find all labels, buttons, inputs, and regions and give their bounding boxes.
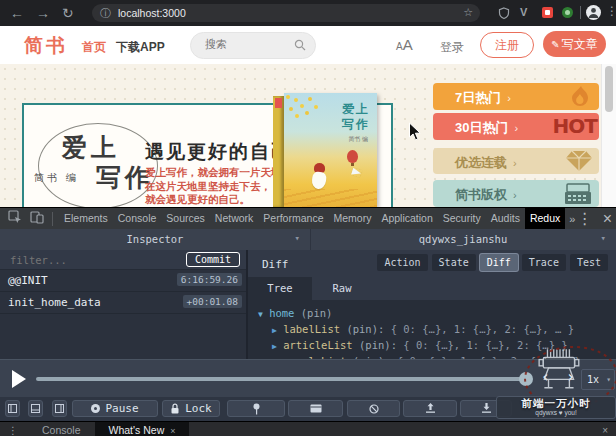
commit-button[interactable]: Commit — [186, 252, 240, 267]
register-button[interactable]: 注册 — [480, 32, 534, 58]
play-button[interactable] — [12, 370, 26, 388]
block-button[interactable] — [347, 400, 400, 417]
download-icon — [481, 403, 492, 414]
nav-download-app[interactable]: 下载APP — [116, 39, 165, 56]
back-button[interactable]: ← — [10, 3, 24, 23]
tree-node-home[interactable]: ▼ home (pin) — [258, 306, 616, 322]
devtools-tab-security[interactable]: Security — [438, 208, 486, 229]
devtools-tab-audits[interactable]: Audits — [486, 208, 525, 229]
pen-icon: ✎ — [551, 39, 559, 50]
red-extension-icon[interactable] — [542, 7, 553, 18]
tree-key: articleList — [283, 339, 353, 351]
side-banner-featured-serial[interactable]: 优选连载› — [433, 148, 599, 174]
font-size-toggle[interactable]: AA — [396, 36, 413, 54]
collapsed-arrow-icon[interactable]: ▶ — [272, 326, 277, 335]
redux-selector-row: Inspector ▾ qdywxs_jianshu ▾ — [0, 229, 616, 251]
action-name: init_home_data — [8, 296, 101, 309]
promo-headline: 遇见更好的自己 — [145, 139, 292, 165]
pause-recording-button[interactable]: Pause — [72, 400, 158, 417]
book-title: 爱上 写作 — [342, 102, 370, 132]
dock-left-button[interactable] — [5, 400, 20, 417]
persist-pin-button[interactable] — [227, 400, 285, 417]
drawer-close-icon[interactable]: × — [602, 425, 608, 436]
devtools-tab-application[interactable]: Application — [376, 208, 437, 229]
action-filter-input[interactable] — [8, 253, 152, 267]
page-scrollbar[interactable] — [601, 64, 616, 207]
timeline-slider[interactable] — [36, 377, 532, 381]
upload-button[interactable] — [403, 400, 457, 417]
devtools-tab-sources[interactable]: Sources — [161, 208, 210, 229]
profile-avatar[interactable] — [586, 5, 601, 20]
address-bar[interactable]: ⓘ localhost:3000 ☆ — [92, 4, 480, 22]
green-extension-icon[interactable] — [562, 7, 573, 18]
device-toolbar-icon[interactable] — [30, 210, 44, 228]
nav-home[interactable]: 首页 — [82, 39, 106, 56]
export-card-button[interactable] — [288, 400, 343, 417]
tab-close-icon[interactable]: × — [170, 426, 175, 436]
devtools-tab-performance[interactable]: Performance — [258, 208, 328, 229]
reload-button[interactable]: ↻ — [62, 3, 74, 23]
flame-icon — [567, 85, 593, 110]
view-tab-test[interactable]: Test — [570, 254, 608, 271]
vue-extension-icon[interactable]: V — [520, 6, 527, 18]
view-tab-diff[interactable]: Diff — [480, 254, 518, 271]
search-box[interactable] — [190, 32, 316, 59]
dock-bottom-button[interactable] — [28, 400, 43, 417]
lock-changes-button[interactable]: Lock — [162, 400, 220, 417]
devtools-menu-icon[interactable]: ⋮ — [577, 209, 593, 228]
view-tab-state[interactable]: State — [432, 254, 476, 271]
tree-pin: (pin): — [346, 323, 384, 335]
devtools-tab-network[interactable]: Network — [210, 208, 259, 229]
format-tab-tree[interactable]: Tree — [248, 277, 312, 300]
url-text[interactable]: localhost:3000 — [118, 7, 186, 19]
calligraphy-line1: 爱上 — [62, 131, 120, 164]
write-article-label: 写文章 — [562, 37, 598, 51]
expanded-arrow-icon[interactable]: ▼ — [258, 310, 263, 319]
pause-label: Pause — [105, 402, 138, 415]
shield-extension-icon[interactable] — [498, 6, 510, 24]
search-icon — [294, 39, 306, 51]
font-small-icon: A — [396, 41, 403, 52]
side-banner-jianshu-copyright[interactable]: 简书版权› — [433, 180, 599, 207]
monitor-select[interactable]: Inspector ▾ — [0, 229, 311, 250]
search-input[interactable] — [203, 37, 291, 51]
devtools-tab-redux[interactable]: Redux — [525, 208, 565, 229]
action-row-init-home-data[interactable]: init_home_data +00:01.08 — [0, 291, 246, 314]
scrollbar-thumb[interactable] — [605, 66, 613, 112]
drawer-tab-whats-new[interactable]: What's New× — [95, 422, 190, 436]
dock-right-button[interactable] — [52, 400, 67, 417]
view-tab-action[interactable]: Action — [377, 254, 427, 271]
tree-key: home — [269, 307, 294, 319]
view-tab-trace[interactable]: Trace — [522, 254, 566, 271]
publisher-stamp — [275, 98, 282, 108]
book-front-cover: 爱上 写作 简书 编 — [284, 93, 377, 207]
browser-menu-icon[interactable]: ⋮ — [606, 4, 616, 18]
forward-button[interactable]: → — [36, 3, 50, 23]
view-tabs: Action State Diff Trace Test — [377, 254, 608, 271]
tree-value: { 0: {…}, 1: {…}, 2: {…}, … } — [391, 323, 574, 335]
instance-select[interactable]: qdywxs_jianshu ▾ — [310, 229, 616, 250]
format-tab-raw[interactable]: Raw — [312, 277, 372, 300]
drawer-menu-icon[interactable]: ⋮ — [8, 425, 18, 436]
toolbar-divider — [52, 212, 53, 226]
login-link[interactable]: 登录 — [440, 39, 464, 56]
drawer-tab-console[interactable]: Console — [28, 422, 95, 436]
site-info-icon[interactable]: ⓘ — [100, 6, 111, 21]
bookmark-icon[interactable]: ☆ — [463, 6, 473, 19]
devtools-tab-elements[interactable]: Elements — [59, 208, 113, 229]
side-banner-7day-hot[interactable]: 7日热门› — [433, 83, 599, 110]
devtools-close-icon[interactable]: × — [603, 210, 612, 228]
action-row-init[interactable]: @@INIT 6:16:59.26 — [0, 269, 246, 292]
diamond-icon — [565, 150, 593, 174]
side-banner-30day-hot[interactable]: 30日热门› HOT — [433, 113, 599, 140]
lock-label: Lock — [185, 402, 212, 415]
collapsed-arrow-icon[interactable]: ▶ — [272, 342, 277, 351]
tree-node-labellist[interactable]: ▶ labelList (pin): { 0: {…}, 1: {…}, 2: … — [272, 322, 616, 338]
paper-plane — [351, 168, 362, 177]
write-article-button[interactable]: ✎写文章 — [543, 31, 606, 57]
devtools-tab-console[interactable]: Console — [113, 208, 162, 229]
inspect-element-icon[interactable] — [8, 210, 22, 228]
jianshu-logo[interactable]: 简书 — [24, 33, 68, 59]
action-name: @@INIT — [8, 274, 48, 287]
devtools-tab-memory[interactable]: Memory — [328, 208, 376, 229]
